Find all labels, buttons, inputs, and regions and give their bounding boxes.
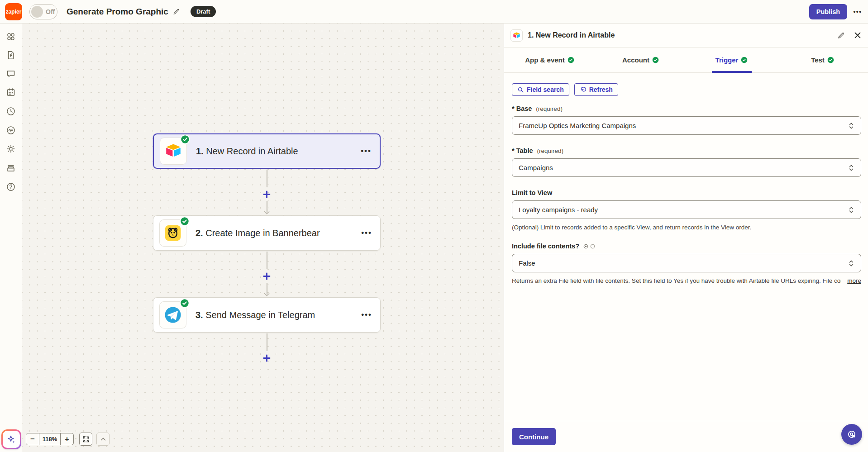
fit-to-view-icon[interactable] <box>79 433 92 446</box>
tab-complete-icon <box>568 57 574 63</box>
field-search-button[interactable]: Field search <box>512 83 569 96</box>
panel-header: 1. New Record in Airtable <box>504 24 868 48</box>
zap-title: Generate Promo Graphic <box>67 7 168 17</box>
chevron-up-down-icon <box>848 164 854 172</box>
copilot-sparkle-icon[interactable] <box>1 429 21 449</box>
add-step-plus-icon[interactable] <box>262 189 272 200</box>
field-helper-text: (Optional) Limit to records added to a s… <box>512 224 861 232</box>
step-title: 1. New Record in Airtable <box>196 146 298 157</box>
bannerbear-app-tile <box>159 219 186 247</box>
more-link[interactable]: more <box>847 277 861 284</box>
panel-step-title: 1. New Record in Airtable <box>528 31 615 39</box>
support-chat-icon[interactable] <box>841 424 862 445</box>
rename-step-icon[interactable] <box>837 32 845 39</box>
zoom-out-button[interactable]: − <box>26 433 39 445</box>
settings-gear-icon[interactable] <box>6 144 16 154</box>
field-indicator-empty-icon <box>590 244 595 249</box>
airtable-icon <box>164 142 183 161</box>
add-step-plus-icon[interactable] <box>262 353 272 363</box>
zoom-in-button[interactable]: + <box>60 433 73 445</box>
refresh-icon <box>580 86 587 93</box>
tab-complete-icon <box>827 57 834 63</box>
connector-line <box>267 333 267 351</box>
step-more-icon[interactable]: ••• <box>361 147 372 156</box>
airtable-chip-icon <box>510 29 523 42</box>
step-title: 2. Create Image in Bannerbear <box>196 228 320 238</box>
step-complete-icon <box>180 134 190 144</box>
trigger-config-form: Field search Refresh * Base (required) F… <box>504 73 868 421</box>
field-label: * Base <box>512 105 532 112</box>
telegram-app-tile <box>159 301 186 328</box>
zoom-level: 118% <box>39 433 60 445</box>
field-table: * Table (required) Campaigns <box>512 147 861 177</box>
canvas-zoom-controls: − 118% + <box>26 433 110 446</box>
apps-icon[interactable] <box>6 32 16 42</box>
tab-account[interactable]: Account <box>595 48 686 72</box>
step-config-panel: 1. New Record in Airtable App & event Ac… <box>504 24 868 452</box>
base-select[interactable]: FrameUp Optics Marketing Campaigns <box>512 116 861 135</box>
include-file-contents-select[interactable]: False <box>512 254 861 272</box>
toggle-knob-icon <box>31 6 43 18</box>
field-base: * Base (required) FrameUp Optics Marketi… <box>512 105 861 135</box>
field-indicator-filled-icon <box>583 244 588 249</box>
help-icon[interactable] <box>6 182 16 192</box>
step-complete-icon <box>180 298 190 308</box>
history-clock-icon[interactable] <box>6 106 16 116</box>
topbar-more-icon[interactable]: ••• <box>847 8 868 15</box>
edit-title-icon[interactable] <box>172 8 180 15</box>
chevron-up-down-icon <box>848 259 854 267</box>
calendar-icon[interactable] <box>6 87 16 97</box>
connector-line <box>267 252 267 269</box>
step-more-icon[interactable]: ••• <box>361 228 372 238</box>
zap-file-icon[interactable] <box>6 50 16 60</box>
chevron-up-down-icon <box>848 206 854 214</box>
comment-icon[interactable] <box>6 69 16 79</box>
close-panel-icon[interactable] <box>854 32 861 39</box>
search-icon <box>517 86 524 93</box>
collapse-steps-icon[interactable] <box>96 433 110 446</box>
panel-tabs: App & event Account Trigger Test <box>504 48 868 73</box>
field-include-file-contents: Include file contents? False Returns an … <box>512 243 861 285</box>
step-card-telegram[interactable]: 3. Send Message in Telegram ••• <box>153 297 381 333</box>
zapier-logo[interactable]: zapier <box>5 3 22 20</box>
step-complete-icon <box>180 216 190 226</box>
chevron-up-down-icon <box>848 122 854 130</box>
step-card-bannerbear[interactable]: 2. Create Image in Bannerbear ••• <box>153 215 381 251</box>
continue-button[interactable]: Continue <box>512 428 556 445</box>
zap-on-off-toggle[interactable]: Off <box>29 4 57 19</box>
topbar: zapier Off Generate Promo Graphic Draft … <box>0 0 868 24</box>
tab-test[interactable]: Test <box>777 48 868 72</box>
left-rail <box>0 24 22 452</box>
airtable-app-tile <box>160 138 187 165</box>
table-select[interactable]: Campaigns <box>512 158 861 177</box>
add-step-plus-icon[interactable] <box>262 271 272 281</box>
workflow-canvas[interactable]: 1. New Record in Airtable ••• 2. Create <box>22 24 504 452</box>
field-helper-text: Returns an extra File field with file co… <box>512 277 841 285</box>
tab-complete-icon <box>652 57 659 63</box>
connector-arrow-icon <box>264 211 270 214</box>
connector-arrow-icon <box>264 293 270 296</box>
refresh-fields-button[interactable]: Refresh <box>574 83 618 96</box>
tab-complete-icon <box>741 57 748 63</box>
step-card-airtable[interactable]: 1. New Record in Airtable ••• <box>153 133 381 169</box>
step-title: 3. Send Message in Telegram <box>196 310 315 320</box>
app-connections-icon[interactable] <box>6 163 16 173</box>
publish-button[interactable]: Publish <box>809 4 847 19</box>
panel-footer: Continue <box>504 421 868 452</box>
step-more-icon[interactable]: ••• <box>361 310 372 319</box>
tab-app-and-event[interactable]: App & event <box>504 48 595 72</box>
field-label: * Table <box>512 147 533 154</box>
connector-line <box>267 170 267 187</box>
activity-monitor-icon[interactable] <box>6 125 16 135</box>
field-limit-to-view: Limit to View Loyalty campaigns - ready … <box>512 189 861 232</box>
status-badge: Draft <box>191 6 216 17</box>
tab-trigger[interactable]: Trigger <box>686 48 777 72</box>
toggle-label: Off <box>46 8 55 15</box>
limit-to-view-select[interactable]: Loyalty campaigns - ready <box>512 200 861 219</box>
